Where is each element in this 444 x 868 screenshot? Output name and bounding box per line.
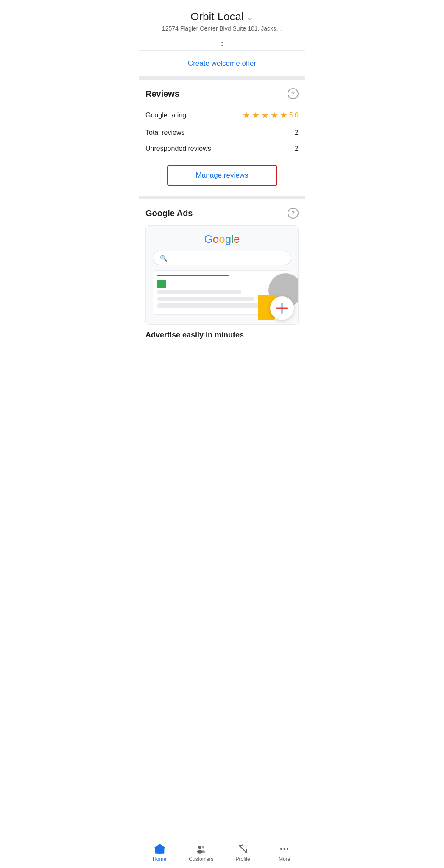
- google-ads-section: Google Ads ? Google 🔍: [139, 199, 305, 348]
- business-name-container[interactable]: Orbit Local ⌄: [145, 10, 299, 23]
- plus-icon: [275, 301, 289, 315]
- partial-top-content: p: [139, 37, 305, 51]
- ads-section-header: Google Ads ?: [145, 208, 299, 219]
- ad-result-line-3: [157, 303, 274, 308]
- rating-number: 5.0: [289, 111, 299, 119]
- header: Orbit Local ⌄ 12574 Flagler Center Blvd …: [139, 0, 305, 37]
- welcome-offer-section: Create welcome offer: [139, 51, 305, 80]
- ad-result-line-2: [157, 297, 254, 301]
- google-logo: Google: [153, 233, 291, 246]
- unresponded-reviews-label: Unresponded reviews: [145, 145, 211, 153]
- ad-mockup-card: Google 🔍: [145, 225, 299, 325]
- reviews-section: Reviews ? Google rating ★ ★ ★ ★ ★ 5.0 To…: [139, 80, 305, 199]
- stars-container: ★ ★ ★ ★ ★ 5.0: [243, 110, 299, 120]
- ad-result-line-1: [157, 290, 241, 294]
- ad-result-blue-bar: [157, 275, 229, 276]
- google-rating-row: Google rating ★ ★ ★ ★ ★ 5.0: [145, 106, 299, 125]
- manage-reviews-button[interactable]: Manage reviews: [167, 165, 277, 186]
- search-icon: 🔍: [160, 255, 167, 262]
- reviews-help-icon[interactable]: ?: [288, 88, 299, 99]
- ad-result-square: [157, 280, 287, 290]
- advertise-text: Advertise easily in minutes: [145, 331, 299, 339]
- unresponded-reviews-value: 2: [295, 145, 299, 153]
- total-reviews-row: Total reviews 2: [145, 125, 299, 141]
- google-rating-label: Google rating: [145, 111, 186, 119]
- reviews-section-title: Reviews: [145, 89, 179, 99]
- star-1: ★: [243, 110, 250, 120]
- reviews-section-header: Reviews ?: [145, 88, 299, 99]
- total-reviews-label: Total reviews: [145, 129, 184, 136]
- search-bar-mock: 🔍: [153, 251, 291, 265]
- nav-spacer: [139, 348, 305, 382]
- create-welcome-offer-link[interactable]: Create welcome offer: [188, 59, 256, 67]
- star-2: ★: [252, 110, 260, 120]
- star-4: ★: [271, 110, 278, 120]
- total-reviews-value: 2: [295, 129, 299, 136]
- ad-plus-button[interactable]: [270, 296, 294, 320]
- chevron-down-icon: ⌄: [246, 12, 254, 22]
- google-logo-text: Google: [204, 233, 240, 245]
- business-address: 12574 Flagler Center Blvd Suite 101, Jac…: [145, 25, 299, 32]
- ads-section-title: Google Ads: [145, 209, 193, 218]
- star-3: ★: [261, 110, 269, 120]
- ads-help-icon[interactable]: ?: [288, 208, 299, 219]
- unresponded-reviews-row: Unresponded reviews 2: [145, 141, 299, 157]
- star-5: ★: [280, 110, 288, 120]
- business-name-text: Orbit Local: [190, 10, 244, 23]
